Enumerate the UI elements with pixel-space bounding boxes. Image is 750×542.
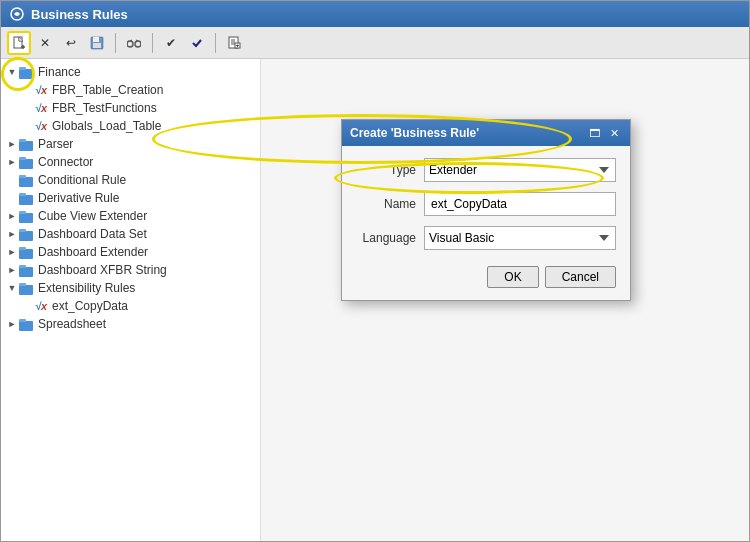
label-cube-view: Cube View Extender [38,209,147,223]
export-button[interactable] [222,31,246,55]
tree-item-dashboard-data[interactable]: ► Dashboard Data Set [1,225,260,243]
cancel-button[interactable]: Cancel [545,266,616,288]
toggle-connector[interactable]: ► [5,155,19,169]
dialog-restore-button[interactable]: 🗖 [586,125,602,141]
separator-3 [215,33,216,53]
label-fbr-table: FBR_Table_Creation [52,83,163,97]
folder-icon-extensibility [19,281,35,295]
name-label: Name [356,197,416,211]
tree-item-globals[interactable]: √x Globals_Load_Table [1,117,260,135]
language-label: Language [356,231,416,245]
folder-icon-dashboard-xfbr [19,263,35,277]
tree-item-extensibility[interactable]: ▼ Extensibility Rules [1,279,260,297]
svg-point-8 [127,41,133,47]
new-button[interactable] [7,31,31,55]
binoculars-button[interactable] [122,31,146,55]
tree-item-fbr-table[interactable]: √x FBR_Table_Creation [1,81,260,99]
toggle-dashboard-data[interactable]: ► [5,227,19,241]
main-window: Business Rules ✕ ↩ [0,0,750,542]
toggle-derivative-rule [5,191,19,205]
tree-panel: ▼ Finance √x FBR_Table_Creation √x FBR_T… [1,59,261,541]
toggle-globals [19,119,33,133]
label-dashboard-ext: Dashboard Extender [38,245,148,259]
accept-button[interactable] [185,31,209,55]
rule-icon-fbr-test: √x [33,101,49,115]
folder-icon-spreadsheet [19,317,35,331]
tree-item-cube-view[interactable]: ► Cube View Extender [1,207,260,225]
tree-item-parser[interactable]: ► Parser [1,135,260,153]
svg-rect-6 [93,37,99,42]
label-conditional-rule: Conditional Rule [38,173,126,187]
toggle-spreadsheet[interactable]: ► [5,317,19,331]
label-derivative-rule: Derivative Rule [38,191,119,205]
tree-item-derivative-rule[interactable]: Derivative Rule [1,189,260,207]
separator-1 [115,33,116,53]
tree-item-conditional-rule[interactable]: Conditional Rule [1,171,260,189]
folder-icon-cube-view [19,209,35,223]
delete-button[interactable]: ✕ [33,31,57,55]
toggle-extensibility[interactable]: ▼ [5,281,19,295]
dialog-buttons: OK Cancel [342,262,630,300]
validate-button[interactable]: ✔ [159,31,183,55]
type-label: Type [356,163,416,177]
rule-icon-globals: √x [33,119,49,133]
label-fbr-test: FBR_TestFunctions [52,101,157,115]
save-button[interactable] [85,31,109,55]
label-parser: Parser [38,137,73,151]
type-select[interactable]: Extender Conditional Rule Derivative Rul… [424,158,616,182]
undo-button[interactable]: ↩ [59,31,83,55]
language-row: Language Visual Basic C# [356,226,616,250]
label-ext-copy: ext_CopyData [52,299,128,313]
dialog-title-icons: 🗖 ✕ [586,125,622,141]
tree-item-connector[interactable]: ► Connector [1,153,260,171]
toggle-ext-copy [19,299,33,313]
label-dashboard-data: Dashboard Data Set [38,227,147,241]
window-title: Business Rules [31,7,128,22]
tree-item-dashboard-ext[interactable]: ► Dashboard Extender [1,243,260,261]
toggle-conditional-rule [5,173,19,187]
tree-item-dashboard-xfbr[interactable]: ► Dashboard XFBR String [1,261,260,279]
svg-rect-7 [93,43,101,48]
label-dashboard-xfbr: Dashboard XFBR String [38,263,167,277]
svg-point-9 [135,41,141,47]
toggle-dashboard-ext[interactable]: ► [5,245,19,259]
label-spreadsheet: Spreadsheet [38,317,106,331]
toggle-fbr-table [19,83,33,97]
svg-rect-10 [133,43,136,45]
toggle-dashboard-xfbr[interactable]: ► [5,263,19,277]
content-area: ▼ Finance √x FBR_Table_Creation √x FBR_T… [1,59,749,541]
tree-item-fbr-test[interactable]: √x FBR_TestFunctions [1,99,260,117]
toggle-cube-view[interactable]: ► [5,209,19,223]
name-input[interactable] [424,192,616,216]
folder-icon-conditional-rule [19,173,35,187]
dialog-close-button[interactable]: ✕ [606,125,622,141]
title-bar: Business Rules [1,1,749,27]
folder-icon-finance [19,65,35,79]
label-connector: Connector [38,155,93,169]
ok-button[interactable]: OK [487,266,538,288]
label-finance: Finance [38,65,81,79]
folder-icon-derivative-rule [19,191,35,205]
toggle-fbr-test [19,101,33,115]
tree-item-spreadsheet[interactable]: ► Spreadsheet [1,315,260,333]
folder-icon-dashboard-ext [19,245,35,259]
toggle-finance[interactable]: ▼ [5,65,19,79]
toggle-parser[interactable]: ► [5,137,19,151]
language-select[interactable]: Visual Basic C# [424,226,616,250]
folder-icon-dashboard-data [19,227,35,241]
main-area: Create 'Business Rule' 🗖 ✕ Type Extende [261,59,749,541]
folder-icon-connector [19,155,35,169]
tree-item-ext-copy[interactable]: √x ext_CopyData [1,297,260,315]
tree-item-finance[interactable]: ▼ Finance [1,63,260,81]
dialog-title-text: Create 'Business Rule' [350,126,479,140]
separator-2 [152,33,153,53]
create-business-rule-dialog: Create 'Business Rule' 🗖 ✕ Type Extende [341,119,631,301]
label-extensibility: Extensibility Rules [38,281,135,295]
dialog-title-bar: Create 'Business Rule' 🗖 ✕ [342,120,630,146]
rule-icon-fbr-table: √x [33,83,49,97]
name-row: Name [356,192,616,216]
app-icon [9,6,25,22]
toolbar: ✕ ↩ ✔ [1,27,749,59]
label-globals: Globals_Load_Table [52,119,161,133]
folder-icon-parser [19,137,35,151]
